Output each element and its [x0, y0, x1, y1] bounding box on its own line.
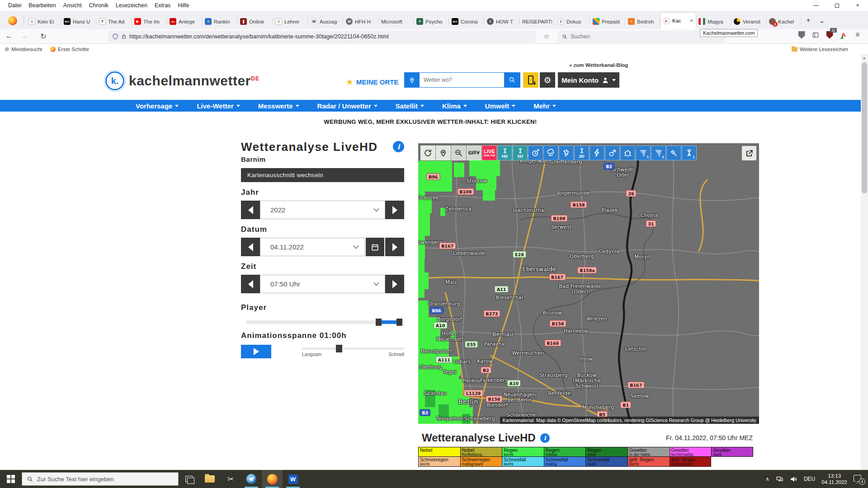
menu-lesezeichen[interactable]: Lesezeichen: [112, 1, 151, 10]
meine-orte-link[interactable]: ★ MEINE ORTE: [346, 77, 398, 87]
info-button[interactable]: i: [393, 141, 404, 152]
minimize-button[interactable]: —: [806, 0, 826, 11]
mobile-app-button[interactable]: [523, 72, 538, 88]
start-button[interactable]: [0, 470, 22, 488]
browser-tab[interactable]: REISEPARTN: [519, 14, 555, 29]
browser-tab[interactable]: ★Rankin: [202, 14, 237, 29]
tracking-shield-icon[interactable]: [112, 33, 118, 40]
datum-next-button[interactable]: [385, 238, 404, 256]
pdf-extension-icon[interactable]: A: [840, 31, 848, 39]
speaker-icon[interactable]: [790, 475, 797, 483]
share-button[interactable]: [742, 146, 756, 160]
city-labels-button[interactable]: CITY: [467, 145, 481, 160]
browser-tab[interactable]: 2Kachel: [766, 14, 802, 29]
zeit-prev-button[interactable]: [241, 275, 260, 293]
promo-banner-link[interactable]: WERBUNG WEG, MEHR EXKLUSIVER WETTER-INHA…: [0, 118, 861, 125]
location-pin-icon[interactable]: [404, 72, 420, 88]
flood-button[interactable]: [620, 145, 635, 160]
browser-tab[interactable]: k.Kac×: [660, 13, 696, 29]
nav-item-satellit[interactable]: Satellit: [396, 102, 424, 110]
menu-ansicht[interactable]: Ansicht: [60, 1, 85, 10]
menu-hilfe[interactable]: Hilfe: [174, 1, 193, 10]
speed-slider[interactable]: Langsam Schnell: [302, 345, 404, 357]
calendar-button[interactable]: [366, 238, 384, 256]
mein-konto-button[interactable]: Mein Konto: [558, 72, 619, 88]
close-button[interactable]: ×: [847, 0, 868, 11]
page-scrollbar[interactable]: ▲: [861, 54, 868, 470]
word-button[interactable]: W: [283, 470, 303, 488]
radar-hd-button[interactable]: HD: [497, 145, 512, 160]
url-bar[interactable]: https://kachelmannwetter.com/de/wetteran…: [108, 31, 536, 42]
play-button[interactable]: [241, 345, 271, 358]
browser-tab[interactable]: ntvAnlege: [167, 14, 202, 29]
tab-close-button[interactable]: ×: [690, 18, 693, 24]
radar-sd-button[interactable]: SD: [513, 145, 528, 160]
browser-tab[interactable]: NZZHans U: [61, 14, 96, 29]
player-handle-start[interactable]: [376, 319, 382, 326]
browser-search-input[interactable]: [571, 33, 721, 40]
firefox-button[interactable]: [262, 470, 283, 488]
thunderbird-button[interactable]: [241, 470, 262, 488]
nav-item-radar-unwetter[interactable]: Radar / Unwetter: [317, 102, 377, 110]
pocket-extension-icon[interactable]: [797, 31, 806, 39]
bookmark-erste-schritte[interactable]: Erste Schritte: [50, 47, 89, 52]
adblock-extension-icon[interactable]: 11: [826, 31, 834, 39]
browser-tab[interactable]: WAussag: [308, 14, 343, 29]
map-switch-button[interactable]: Kartenausschnitt wechseln: [241, 168, 404, 182]
zeit-next-button[interactable]: [385, 275, 404, 293]
browser-tab[interactable]: 1Dokus: [555, 14, 590, 29]
taskbar-search[interactable]: Zur Suche Text hier eingeben: [22, 472, 179, 486]
radar-history-button[interactable]: [528, 145, 543, 160]
player-handle-end[interactable]: [396, 319, 402, 326]
menu-datei[interactable]: Datei: [5, 1, 25, 10]
menu-chronik[interactable]: Chronik: [85, 1, 112, 10]
tab-overflow-button[interactable]: ⌄: [815, 14, 829, 27]
browser-tab[interactable]: ZHOW T: [484, 14, 519, 29]
app-menu-button[interactable]: ≡: [854, 31, 862, 39]
more-bookmarks[interactable]: Weitere Lesezeichen: [792, 44, 848, 54]
jahr-next-button[interactable]: [385, 201, 404, 219]
info-icon[interactable]: i: [540, 433, 550, 443]
zeit-select[interactable]: 07:50 Uhr: [260, 275, 385, 293]
notification-center-button[interactable]: 4: [854, 475, 863, 483]
menu-extras[interactable]: Extras: [151, 1, 174, 10]
refresh-button[interactable]: [420, 145, 435, 160]
back-button[interactable]: ←: [3, 30, 15, 42]
nav-item-vorhersage[interactable]: Vorhersage: [136, 102, 179, 110]
site-search-input[interactable]: [420, 72, 504, 88]
network-icon[interactable]: [776, 475, 783, 483]
bookmark-meistbesucht[interactable]: ⚙ Meistbesucht: [5, 46, 42, 52]
browser-tab[interactable]: NZZCorona: [449, 14, 484, 29]
wind-button[interactable]: [605, 145, 620, 160]
browser-tab[interactable]: WHFH H: [343, 14, 378, 29]
scrollbar-thumb[interactable]: [862, 62, 867, 193]
bookmark-star-button[interactable]: ☆: [541, 31, 552, 42]
browser-tab[interactable]: XLehrer: [273, 14, 308, 29]
scroll-up-arrow[interactable]: ▲: [862, 56, 866, 60]
snipping-tool-button[interactable]: ✂: [220, 470, 241, 488]
browser-tab[interactable]: Magya: [696, 14, 731, 29]
weather-map[interactable]: CITYLIVEANALYSEHDSD3D121 Temmen- Ringenw…: [418, 143, 759, 424]
jahr-prev-button[interactable]: [241, 201, 260, 219]
maximize-button[interactable]: [826, 0, 847, 11]
clock[interactable]: 13:13 04.11.2022: [821, 473, 847, 485]
nav-item-messwerte[interactable]: Messwerte: [258, 102, 299, 110]
live-analyse-button[interactable]: LIVEANALYSE: [482, 145, 497, 160]
nav-item-mehr[interactable]: Mehr: [533, 102, 556, 110]
nav-item-live-wetter[interactable]: Live-Wetter: [197, 102, 240, 110]
browser-tab[interactable]: Veranst: [731, 14, 766, 29]
browser-tab[interactable]: TThe Ad: [96, 14, 132, 29]
browser-tab[interactable]: Prepaid: [590, 14, 625, 29]
station-1-button[interactable]: 1: [682, 145, 697, 160]
tornado-1-button[interactable]: 1: [636, 145, 651, 160]
browser-tab[interactable]: ❚Online: [237, 14, 273, 29]
hail-button[interactable]: [559, 145, 574, 160]
lightning-button[interactable]: [590, 145, 604, 160]
satellite-button[interactable]: [666, 145, 681, 160]
language-indicator[interactable]: DEU: [804, 476, 815, 482]
tray-expand-icon[interactable]: ∧: [765, 476, 769, 482]
browser-tab[interactable]: ▶The Im: [132, 14, 167, 29]
task-view-button[interactable]: [179, 470, 199, 488]
new-tab-button[interactable]: +: [802, 14, 815, 27]
menu-bearbeiten[interactable]: Bearbeiten: [25, 1, 59, 10]
